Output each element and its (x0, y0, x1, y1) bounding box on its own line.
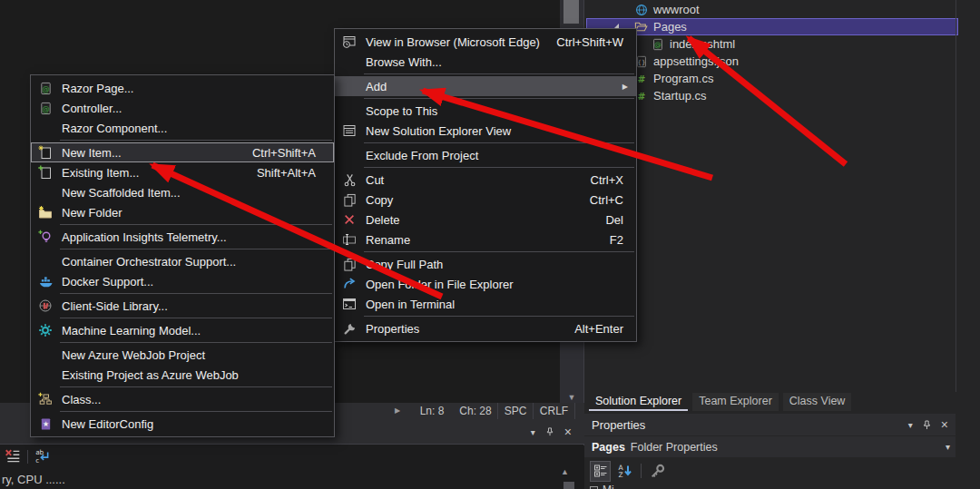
tab-class-view[interactable]: Class View (783, 393, 852, 411)
menu-item-exclude-from-project[interactable]: Exclude From Project (335, 145, 636, 165)
svg-text:★: ★ (42, 420, 48, 428)
menu-item-view-in-browser-microsoft-edge[interactable]: View in Browser (Microsoft Edge)Ctrl+Shi… (335, 32, 636, 52)
new-item-icon (36, 145, 54, 160)
copy-icon (340, 193, 358, 207)
menu-item-label: Application Insights Telemetry... (62, 230, 227, 244)
close-icon[interactable]: × (564, 427, 572, 436)
menu-item-label: Machine Learning Model... (62, 324, 201, 337)
menu-item-open-folder-in-file-explorer[interactable]: Open Folder in File Explorer (335, 274, 636, 294)
menu-separator (364, 251, 634, 252)
menu-item-application-insights-telemetry[interactable]: Application Insights Telemetry... (31, 227, 334, 247)
menu-item-label: Class... (62, 393, 101, 406)
menu-item-new-scaffolded-item[interactable]: New Scaffolded Item... (31, 182, 334, 202)
client-lib-icon (36, 298, 54, 313)
expand-box-icon[interactable] (590, 486, 598, 489)
property-pages-button[interactable] (647, 461, 668, 482)
properties-title: Properties (592, 418, 645, 432)
toolbar-separator (641, 464, 642, 478)
menu-separator (364, 316, 634, 317)
tool-window-tab-bar: Solution ExplorerTeam ExplorerClass View (584, 392, 980, 411)
submenu-arrow-icon: ▶ (622, 83, 631, 91)
menu-separator (364, 142, 634, 143)
menu-item-label: New Item... (62, 146, 122, 160)
menu-item-new-item[interactable]: New Item...Ctrl+Shift+A (31, 142, 334, 162)
tree-item-label: wwwroot (653, 3, 700, 16)
menu-item-delete[interactable]: DeleteDel (335, 210, 636, 230)
menu-item-copy-full-path[interactable]: Copy Full Path (335, 254, 636, 274)
menu-item-copy[interactable]: CopyCtrl+C (335, 190, 636, 210)
tree-item-wwwroot[interactable]: wwwroot (586, 1, 958, 18)
menu-item-new-azure-webjob-project[interactable]: New Azure WebJob Project (31, 345, 334, 365)
word-wrap-button[interactable]: ab c (34, 448, 51, 465)
column-indicator: Ch: 28 (454, 403, 497, 419)
menu-item-machine-learning-model[interactable]: Machine Learning Model... (31, 320, 334, 340)
tree-item-program-cs[interactable]: #Program.cs (586, 70, 958, 87)
scrollbar-thumb[interactable] (564, 482, 574, 489)
menu-item-class[interactable]: Class... (31, 389, 334, 409)
menu-item-label: Open Folder in File Explorer (366, 278, 514, 291)
menu-item-label: Open in Terminal (366, 298, 455, 311)
tree-item-pages[interactable]: Pages (586, 18, 958, 35)
menu-item-shortcut: Ctrl+C (590, 193, 631, 207)
svg-text:#: # (637, 73, 645, 83)
tab-team-explorer[interactable]: Team Explorer (692, 393, 779, 411)
tab-solution-explorer[interactable]: Solution Explorer (589, 393, 688, 411)
menu-item-existing-item[interactable]: Existing Item...Shift+Alt+A (31, 162, 334, 182)
menu-item-existing-project-as-azure-webjob[interactable]: Existing Project as Azure WebJob (31, 365, 334, 385)
menu-item-docker-support[interactable]: Docker Support... (31, 271, 334, 291)
chevron-down-icon[interactable]: ▾ (908, 420, 913, 430)
razor-file-icon: @ (650, 38, 665, 51)
menu-item-label: Scope to This (366, 104, 437, 118)
tree-item-index-cshtml[interactable]: @index.cshtml (586, 35, 958, 53)
chevron-down-icon[interactable]: ▾ (531, 427, 535, 437)
terminal-icon (340, 297, 358, 311)
menu-item-cut[interactable]: CutCtrl+X (335, 170, 636, 190)
scroll-right-arrow-icon[interactable]: ▶ (390, 403, 405, 419)
clear-all-button[interactable] (5, 448, 21, 465)
toolbar-separator (27, 450, 28, 464)
indent-mode-indicator[interactable]: SPC (497, 403, 534, 419)
sort-alphabetical-button[interactable]: A Z (614, 461, 635, 482)
menu-item-razor-page[interactable]: @Razor Page... (31, 78, 334, 98)
solution-tree: wwwrootPages@index.cshtml{}appsettings.j… (586, 1, 958, 104)
menu-item-add[interactable]: Add▶ (335, 76, 636, 96)
output-window-body: ab c ry, CPU ...... ▲ (0, 445, 584, 489)
scroll-down-arrow-icon[interactable]: ▼ (560, 393, 583, 402)
menu-item-controller[interactable]: @Controller... (31, 98, 334, 118)
menu-item-open-in-terminal[interactable]: Open in Terminal (335, 294, 636, 314)
menu-item-label: Copy (366, 193, 393, 207)
menu-separator (60, 318, 332, 318)
menu-item-container-orchestrator-support[interactable]: Container Orchestrator Support... (31, 251, 334, 271)
menu-item-properties[interactable]: PropertiesAlt+Enter (335, 318, 636, 338)
menu-item-label: Docker Support... (62, 275, 153, 289)
menu-separator (364, 167, 634, 168)
menu-item-new-folder[interactable]: New Folder (31, 202, 334, 222)
menu-separator (60, 411, 332, 412)
menu-item-shortcut: Ctrl+Shift+A (252, 146, 328, 160)
tree-item-appsettings-json[interactable]: {}appsettings.json (586, 53, 958, 70)
menu-item-new-editorconfig[interactable]: ★New EditorConfig (31, 414, 334, 434)
menu-item-client-side-library[interactable]: Client-Side Library... (31, 296, 334, 316)
scrollbar-thumb[interactable] (564, 0, 579, 24)
menu-item-browse-with[interactable]: Browse With... (335, 52, 636, 72)
menu-item-rename[interactable]: RenameF2 (335, 230, 636, 249)
menu-item-label: Exclude From Project (366, 149, 478, 162)
eol-mode-indicator[interactable]: CRLF (534, 403, 575, 419)
pin-icon[interactable] (544, 426, 555, 437)
close-icon[interactable]: × (941, 420, 948, 429)
menu-item-scope-to-this[interactable]: Scope to This (335, 101, 636, 121)
categorized-view-button[interactable] (590, 461, 611, 482)
properties-object-selector[interactable]: Pages Folder Properties ▾ (584, 436, 956, 457)
menu-separator (364, 73, 634, 74)
chevron-down-icon[interactable]: ▾ (946, 442, 950, 452)
properties-object-name: Pages (592, 441, 625, 454)
razor-doc-icon: @ (36, 82, 54, 95)
tree-item-label: appsettings.json (653, 54, 739, 68)
menu-item-razor-component[interactable]: Razor Component... (31, 118, 334, 138)
pin-icon[interactable] (921, 419, 933, 431)
menu-item-shortcut: Del (605, 213, 631, 227)
scroll-up-arrow-icon[interactable]: ▲ (561, 467, 569, 476)
menu-item-new-solution-explorer-view[interactable]: New Solution Explorer View (335, 121, 636, 141)
tree-item-startup-cs[interactable]: #Startup.cs (586, 87, 958, 104)
menu-item-label: Rename (366, 233, 410, 247)
